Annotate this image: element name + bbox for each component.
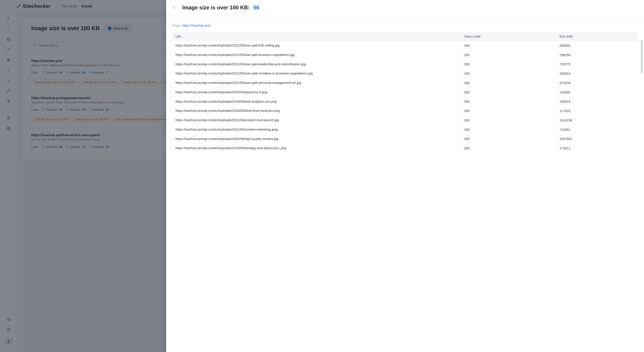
external-link-icon [66,71,69,74]
sidebar-item-speed[interactable] [5,46,12,53]
cell-url[interactable]: https://ivanhoe.pro/wp-content/uploads/2… [172,50,461,60]
chip[interactable]: Image size is over 100 KB [120,80,158,85]
link-external[interactable]: External: 25 [89,108,109,111]
table-row: https://ivanhoe.pro/wp-content/uploads/2… [172,106,638,116]
svg-line-7 [8,50,9,50]
sidebar-item-settings[interactable] [5,125,12,132]
external-link-icon [89,71,92,74]
cell-url[interactable]: https://ivanhoe.pro/wp-content/uploads/2… [172,88,461,97]
sidebar-item-crosshair[interactable] [5,98,12,104]
link-anchors[interactable]: Anchors: 83 [42,108,62,111]
cell-url[interactable]: https://ivanhoe.pro/wp-content/uploads/2… [172,106,461,116]
info-icon: i [108,26,111,30]
cell-size: 971878 [556,78,638,88]
svg-point-10 [8,60,9,60]
table-row: https://ivanhoe.pro/wp-content/uploads/2… [172,116,638,125]
svg-point-12 [8,101,9,102]
table-row: https://ivanhoe.pro/wp-content/uploads/2… [172,69,638,78]
cell-status: 200 [461,50,556,60]
external-link-icon [66,145,69,148]
sidebar-item-target[interactable] [5,57,12,63]
close-button[interactable] [172,6,176,10]
link-internal[interactable]: Internal: 83 [66,71,85,74]
table-row: https://ivanhoe.pro/wp-content/uploads/2… [172,60,638,69]
link-external[interactable]: External: 7 [89,71,107,74]
external-link-icon [89,145,92,148]
svg-rect-17 [7,318,10,321]
cell-status: 200 [461,88,556,97]
sidebar-item-help[interactable] [5,326,12,333]
th-url: URL [172,32,461,41]
th-size: Size (KB) [556,32,638,41]
cell-size: 117416 [556,106,638,116]
scrollbar[interactable] [641,40,643,73]
external-link-icon [42,145,45,148]
howto-button[interactable]: i How-to fix [104,24,132,32]
table-row: https://ivanhoe.pro/wp-content/uploads/2… [172,88,638,97]
table-row: https://ivanhoe.pro/wp-content/uploads/2… [172,97,638,106]
cell-url[interactable]: https://ivanhoe.pro/wp-content/uploads/2… [172,97,461,106]
cell-url[interactable]: https://ivanhoe.pro/wp-content/uploads/2… [172,116,461,125]
link-anchors[interactable]: Anchors: 60 [42,71,62,74]
cell-size: 104474 [556,97,638,106]
cell-status: 200 [461,97,556,106]
links-label: Links: [31,71,39,74]
cell-status: 200 [461,125,556,134]
sidebar [0,0,17,352]
sidebar-item-italic[interactable] [5,16,12,22]
cell-url[interactable]: https://ivanhoe.pro/wp-content/uploads/2… [172,69,461,78]
svg-line-1 [8,18,8,20]
cell-url[interactable]: https://ivanhoe.pro/wp-content/uploads/2… [172,134,461,144]
page-url-link[interactable]: https://ivanhoe.pro/ [182,24,211,27]
svg-line-23 [36,46,36,46]
external-link-icon [89,108,92,111]
drawer-table: URL Status code Size (KB) https://ivanho… [172,32,638,153]
chip[interactable]: JavaScript file size is over 25 KB [31,80,78,85]
sidebar-item-transfer[interactable] [5,78,12,84]
cell-size: 735775 [556,60,638,69]
cell-status: 200 [461,116,556,125]
sidebar-item-wand[interactable] [5,26,12,32]
table-row: https://ivanhoe.pro/wp-content/uploads/2… [172,134,638,144]
table-row: https://ivanhoe.pro/wp-content/uploads/2… [172,144,638,153]
sidebar-item-wallet[interactable] [5,316,12,322]
table-row: https://ivanhoe.pro/wp-content/uploads/2… [172,78,638,88]
chip[interactable]: CSS file size is over 15 KB [80,80,118,85]
cell-status: 200 [461,78,556,88]
table-row: https://ivanhoe.pro/wp-content/uploads/2… [172,50,638,60]
cell-size: 3307661 [556,134,638,144]
svg-rect-18 [9,319,10,320]
panel-title: Image size is over 100 KB [31,25,100,32]
sidebar-item-link[interactable] [5,88,12,94]
cell-url[interactable]: https://ivanhoe.pro/wp-content/uploads/2… [172,41,461,50]
link-anchors[interactable]: Anchors: 80 [42,145,62,148]
search-icon [34,44,37,48]
links-label: Links: [31,108,39,111]
chip[interactable]: CSS file size is over 15 KB [31,117,70,122]
search-input[interactable] [31,42,105,49]
svg-point-21 [8,340,9,341]
cell-url[interactable]: https://ivanhoe.pro/wp-content/uploads/2… [172,60,461,69]
cell-url[interactable]: https://ivanhoe.pro/wp-content/uploads/2… [172,125,461,134]
sidebar-item-grid[interactable] [5,36,12,42]
table-row: https://ivanhoe.pro/wp-content/uploads/2… [172,125,638,134]
svg-point-3 [9,18,10,18]
chip[interactable]: Image size is over 100 KB [72,117,110,122]
link-external[interactable]: External: 19 [89,145,109,148]
link-internal[interactable]: Internal: 47 [66,145,85,148]
link-internal[interactable]: Internal: 49 [66,108,85,111]
cell-size: 710391 [556,125,638,134]
svg-rect-4 [7,38,10,41]
cell-size: 1914158 [556,116,638,125]
cell-status: 200 [461,106,556,116]
avatar[interactable] [4,337,13,346]
cell-url[interactable]: https://ivanhoe.pro/wp-content/uploads/2… [172,144,461,153]
cell-status: 200 [461,69,556,78]
sidebar-item-add[interactable] [5,115,12,121]
cell-url[interactable]: https://ivanhoe.pro/wp-content/uploads/2… [172,78,461,88]
cell-size: 173011 [556,144,638,153]
drawer: Image size is over 100 KB: 56 Page: http… [166,0,644,352]
sidebar-item-trend[interactable] [5,67,12,73]
external-link-icon [42,71,45,74]
cell-size: 116430 [556,88,638,97]
